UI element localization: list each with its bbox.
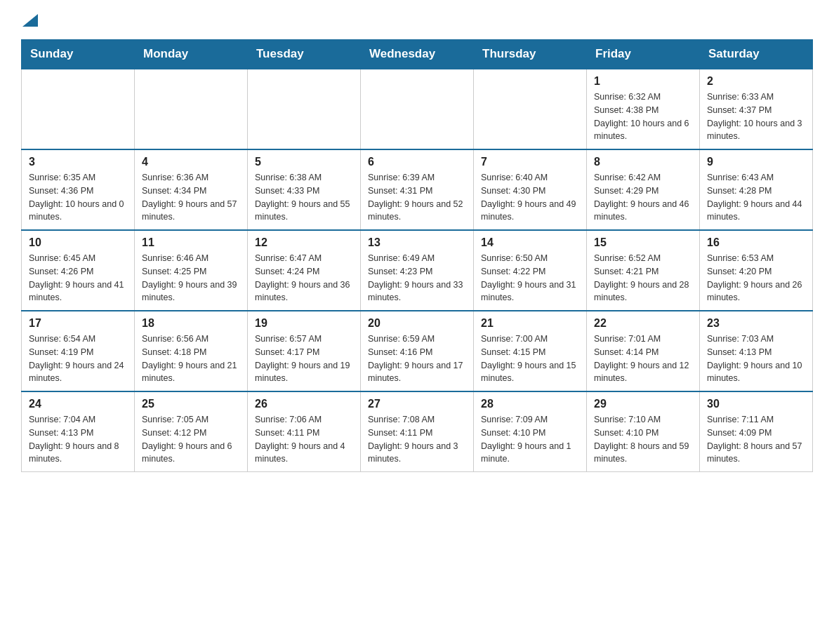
day-info: Sunrise: 6:33 AMSunset: 4:37 PMDaylight:…: [707, 90, 805, 143]
week-row-4: 17Sunrise: 6:54 AMSunset: 4:19 PMDayligh…: [22, 311, 813, 391]
calendar-cell: 23Sunrise: 7:03 AMSunset: 4:13 PMDayligh…: [700, 311, 813, 391]
day-info: Sunrise: 6:43 AMSunset: 4:28 PMDaylight:…: [707, 171, 805, 224]
calendar-table: SundayMondayTuesdayWednesdayThursdayFrid…: [21, 39, 813, 472]
calendar-cell: 18Sunrise: 6:56 AMSunset: 4:18 PMDayligh…: [135, 311, 248, 391]
calendar-cell: 29Sunrise: 7:10 AMSunset: 4:10 PMDayligh…: [587, 391, 700, 472]
day-number: 27: [368, 398, 466, 410]
day-info: Sunrise: 7:00 AMSunset: 4:15 PMDaylight:…: [481, 333, 579, 385]
day-number: 11: [142, 236, 240, 249]
day-info: Sunrise: 6:42 AMSunset: 4:29 PMDaylight:…: [594, 171, 692, 224]
day-number: 23: [707, 317, 805, 330]
calendar-cell: 12Sunrise: 6:47 AMSunset: 4:24 PMDayligh…: [248, 230, 361, 311]
day-info: Sunrise: 6:59 AMSunset: 4:16 PMDaylight:…: [368, 333, 466, 385]
day-info: Sunrise: 6:56 AMSunset: 4:18 PMDaylight:…: [142, 333, 240, 385]
calendar-cell: 7Sunrise: 6:40 AMSunset: 4:30 PMDaylight…: [474, 149, 587, 230]
day-number: 4: [142, 156, 240, 168]
calendar-cell: 9Sunrise: 6:43 AMSunset: 4:28 PMDaylight…: [700, 149, 813, 230]
calendar-cell: 22Sunrise: 7:01 AMSunset: 4:14 PMDayligh…: [587, 311, 700, 391]
day-number: 7: [481, 156, 579, 168]
calendar-cell: 6Sunrise: 6:39 AMSunset: 4:31 PMDaylight…: [361, 149, 474, 230]
calendar-cell: 17Sunrise: 6:54 AMSunset: 4:19 PMDayligh…: [22, 311, 135, 391]
day-number: 14: [481, 236, 579, 249]
weekday-header-monday: Monday: [135, 40, 248, 69]
calendar-cell: 25Sunrise: 7:05 AMSunset: 4:12 PMDayligh…: [135, 391, 248, 472]
calendar-cell: 8Sunrise: 6:42 AMSunset: 4:29 PMDaylight…: [587, 149, 700, 230]
day-info: Sunrise: 6:40 AMSunset: 4:30 PMDaylight:…: [481, 171, 579, 224]
calendar-cell: 19Sunrise: 6:57 AMSunset: 4:17 PMDayligh…: [248, 311, 361, 391]
calendar-cell: [22, 69, 135, 149]
day-number: 21: [481, 317, 579, 330]
day-number: 12: [255, 236, 353, 249]
week-row-5: 24Sunrise: 7:04 AMSunset: 4:13 PMDayligh…: [22, 391, 813, 472]
calendar-cell: 20Sunrise: 6:59 AMSunset: 4:16 PMDayligh…: [361, 311, 474, 391]
day-number: 30: [707, 398, 805, 410]
weekday-header-saturday: Saturday: [700, 40, 813, 69]
day-info: Sunrise: 6:47 AMSunset: 4:24 PMDaylight:…: [255, 252, 353, 304]
calendar-cell: 15Sunrise: 6:52 AMSunset: 4:21 PMDayligh…: [587, 230, 700, 311]
logo-triangle-icon: [22, 14, 38, 27]
day-number: 20: [368, 317, 466, 330]
day-number: 22: [594, 317, 692, 330]
calendar-cell: 3Sunrise: 6:35 AMSunset: 4:36 PMDaylight…: [22, 149, 135, 230]
weekday-header-tuesday: Tuesday: [248, 40, 361, 69]
day-info: Sunrise: 7:03 AMSunset: 4:13 PMDaylight:…: [707, 333, 805, 385]
day-info: Sunrise: 6:38 AMSunset: 4:33 PMDaylight:…: [255, 171, 353, 224]
week-row-1: 1Sunrise: 6:32 AMSunset: 4:38 PMDaylight…: [22, 69, 813, 149]
day-number: 9: [707, 156, 805, 168]
day-number: 3: [29, 156, 127, 168]
day-number: 10: [29, 236, 127, 249]
day-number: 24: [29, 398, 127, 410]
weekday-header-friday: Friday: [587, 40, 700, 69]
calendar-cell: [474, 69, 587, 149]
day-number: 29: [594, 398, 692, 410]
calendar-cell: [361, 69, 474, 149]
calendar-cell: 10Sunrise: 6:45 AMSunset: 4:26 PMDayligh…: [22, 230, 135, 311]
day-info: Sunrise: 6:45 AMSunset: 4:26 PMDaylight:…: [29, 252, 127, 304]
day-info: Sunrise: 6:54 AMSunset: 4:19 PMDaylight:…: [29, 333, 127, 385]
day-number: 16: [707, 236, 805, 249]
day-info: Sunrise: 6:57 AMSunset: 4:17 PMDaylight:…: [255, 333, 353, 385]
page-header: [21, 14, 813, 25]
day-number: 17: [29, 317, 127, 330]
day-info: Sunrise: 7:08 AMSunset: 4:11 PMDaylight:…: [368, 413, 466, 466]
day-info: Sunrise: 6:36 AMSunset: 4:34 PMDaylight:…: [142, 171, 240, 224]
weekday-header-wednesday: Wednesday: [361, 40, 474, 69]
week-row-2: 3Sunrise: 6:35 AMSunset: 4:36 PMDaylight…: [22, 149, 813, 230]
calendar-cell: 28Sunrise: 7:09 AMSunset: 4:10 PMDayligh…: [474, 391, 587, 472]
day-info: Sunrise: 6:50 AMSunset: 4:22 PMDaylight:…: [481, 252, 579, 304]
calendar-cell: [135, 69, 248, 149]
day-number: 8: [594, 156, 692, 168]
calendar-cell: 1Sunrise: 6:32 AMSunset: 4:38 PMDaylight…: [587, 69, 700, 149]
calendar-cell: 16Sunrise: 6:53 AMSunset: 4:20 PMDayligh…: [700, 230, 813, 311]
day-info: Sunrise: 6:35 AMSunset: 4:36 PMDaylight:…: [29, 171, 127, 224]
day-number: 2: [707, 75, 805, 88]
day-info: Sunrise: 7:01 AMSunset: 4:14 PMDaylight:…: [594, 333, 692, 385]
day-number: 6: [368, 156, 466, 168]
day-info: Sunrise: 7:11 AMSunset: 4:09 PMDaylight:…: [707, 413, 805, 466]
day-info: Sunrise: 6:52 AMSunset: 4:21 PMDaylight:…: [594, 252, 692, 304]
day-info: Sunrise: 7:09 AMSunset: 4:10 PMDaylight:…: [481, 413, 579, 466]
day-number: 19: [255, 317, 353, 330]
day-number: 25: [142, 398, 240, 410]
day-info: Sunrise: 7:04 AMSunset: 4:13 PMDaylight:…: [29, 413, 127, 466]
calendar-cell: 26Sunrise: 7:06 AMSunset: 4:11 PMDayligh…: [248, 391, 361, 472]
calendar-cell: [248, 69, 361, 149]
calendar-cell: 4Sunrise: 6:36 AMSunset: 4:34 PMDaylight…: [135, 149, 248, 230]
calendar-cell: 24Sunrise: 7:04 AMSunset: 4:13 PMDayligh…: [22, 391, 135, 472]
day-info: Sunrise: 6:39 AMSunset: 4:31 PMDaylight:…: [368, 171, 466, 224]
calendar-cell: 21Sunrise: 7:00 AMSunset: 4:15 PMDayligh…: [474, 311, 587, 391]
day-number: 26: [255, 398, 353, 410]
week-row-3: 10Sunrise: 6:45 AMSunset: 4:26 PMDayligh…: [22, 230, 813, 311]
day-number: 1: [594, 75, 692, 88]
weekday-header-thursday: Thursday: [474, 40, 587, 69]
calendar-cell: 14Sunrise: 6:50 AMSunset: 4:22 PMDayligh…: [474, 230, 587, 311]
day-info: Sunrise: 6:53 AMSunset: 4:20 PMDaylight:…: [707, 252, 805, 304]
weekday-header-row: SundayMondayTuesdayWednesdayThursdayFrid…: [22, 40, 813, 69]
calendar-cell: 5Sunrise: 6:38 AMSunset: 4:33 PMDaylight…: [248, 149, 361, 230]
day-info: Sunrise: 6:49 AMSunset: 4:23 PMDaylight:…: [368, 252, 466, 304]
day-number: 5: [255, 156, 353, 168]
logo: [21, 14, 38, 25]
day-number: 15: [594, 236, 692, 249]
calendar-cell: 27Sunrise: 7:08 AMSunset: 4:11 PMDayligh…: [361, 391, 474, 472]
day-info: Sunrise: 6:46 AMSunset: 4:25 PMDaylight:…: [142, 252, 240, 304]
